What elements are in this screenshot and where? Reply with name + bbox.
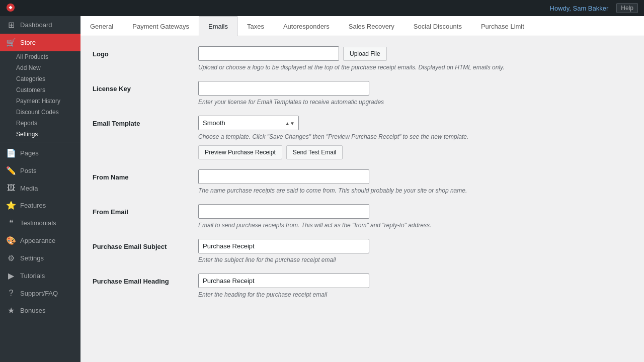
from-email-input[interactable] [198,204,369,219]
tab-purchase-limit[interactable]: Purchase Limit [471,16,534,36]
from-email-row: From Email Email to send purchase receip… [93,204,632,229]
sidebar-label-support: Support/FAQ [20,290,58,297]
sidebar-label-posts: Posts [20,167,37,174]
sidebar-item-appearance[interactable]: 🎨 Appearance [0,232,80,249]
tutorials-icon: ▶ [6,271,16,281]
appearance-icon: 🎨 [6,236,16,245]
sidebar-item-add-new[interactable]: Add New [0,62,80,73]
sidebar-label-settings2: Settings [20,254,44,262]
email-template-field: Smooth Classic Modern Plain ▲▼ Choose a … [198,116,632,159]
license-key-description: Enter your license for Email Templates t… [198,99,632,106]
purchase-subject-field: Enter the subject line for the purchase … [198,239,632,263]
purchase-heading-row: Purchase Email Heading Enter the heading… [93,274,632,298]
settings-icon: ⚙ [6,253,16,263]
sidebar-item-discount-codes[interactable]: Discount Codes [0,107,80,118]
purchase-heading-description: Enter the heading for the purchase recei… [198,291,632,298]
sidebar-label-appearance: Appearance [20,237,55,244]
sidebar-item-posts[interactable]: ✏️ Posts [0,162,80,179]
sidebar-item-store[interactable]: 🛒 Store [0,34,80,51]
logo-input[interactable] [198,46,339,61]
purchase-heading-label: Purchase Email Heading [93,274,198,298]
purchase-subject-row: Purchase Email Subject Enter the subject… [93,239,632,263]
tab-nav: General Payment Gateways Emails Taxes Au… [80,16,644,36]
sidebar-item-support[interactable]: ? Support/FAQ [0,285,80,302]
upload-file-button[interactable]: Upload File [343,47,387,61]
sidebar-item-reports[interactable]: Reports [0,118,80,129]
license-key-label: License Key [93,81,198,106]
pages-icon: 📄 [6,148,16,158]
purchase-heading-input[interactable] [198,274,369,288]
purchase-subject-label: Purchase Email Subject [93,239,198,263]
sidebar: ⊞ Dashboard 🛒 Store All Products Add New… [0,16,80,362]
send-test-email-button[interactable]: Send Test Email [286,145,343,159]
sidebar-divider-1 [0,142,80,142]
tab-general[interactable]: General [80,16,123,36]
from-name-description: The name purchase receipts are said to c… [198,187,632,194]
from-name-label: From Name [93,169,198,194]
testimonials-icon: ❝ [6,218,16,228]
purchase-heading-field: Enter the heading for the purchase recei… [198,274,632,298]
from-name-row: From Name The name purchase receipts are… [93,169,632,194]
logo-label: Logo [93,46,198,71]
preview-purchase-receipt-button[interactable]: Preview Purchase Receipt [198,145,282,159]
dashboard-icon: ⊞ [6,20,16,30]
content-area: General Payment Gateways Emails Taxes Au… [80,16,644,362]
sidebar-item-categories[interactable]: Categories [0,73,80,84]
features-icon: ⭐ [6,201,16,210]
logo-field: Upload File Upload or choose a logo to b… [198,46,632,71]
tab-sales-recovery[interactable]: Sales Recovery [339,16,404,36]
sidebar-item-payment-history[interactable]: Payment History [0,96,80,107]
sidebar-label-features: Features [20,202,46,209]
from-name-field: The name purchase receipts are said to c… [198,169,632,194]
sidebar-label-tutorials: Tutorials [20,272,45,280]
email-template-select[interactable]: Smooth Classic Modern Plain [198,116,299,130]
sidebar-label-store: Store [20,39,36,46]
logo-description: Upload or choose a logo to be displayed … [198,64,632,71]
help-button[interactable]: Help [616,3,638,13]
sidebar-item-settings2[interactable]: ⚙ Settings [0,249,80,267]
media-icon: 🖼 [6,184,16,193]
email-template-select-wrapper: Smooth Classic Modern Plain ▲▼ [198,116,299,130]
purchase-subject-input[interactable] [198,239,369,253]
license-key-row: License Key Enter your license for Email… [93,81,632,106]
sidebar-item-tutorials[interactable]: ▶ Tutorials [0,267,80,285]
from-email-description: Email to send purchase receipts from. Th… [198,222,632,229]
tab-payment-gateways[interactable]: Payment Gateways [123,16,199,36]
sidebar-label-media: Media [20,185,38,192]
license-key-field: Enter your license for Email Templates t… [198,81,632,106]
admin-bar-logo [6,3,15,14]
sidebar-item-pages[interactable]: 📄 Pages [0,144,80,162]
from-email-label: From Email [93,204,198,229]
from-name-input[interactable] [198,169,369,184]
posts-icon: ✏️ [6,166,16,175]
tab-social-discounts[interactable]: Social Discounts [404,16,471,36]
settings-content: Logo Upload File Upload or choose a logo… [80,36,644,362]
admin-bar-right: Howdy, Sam Bakker Help [550,3,638,13]
tab-taxes[interactable]: Taxes [237,16,274,36]
sidebar-label-bonuses: Bonuses [20,307,46,314]
tab-autoresponders[interactable]: Autoresponders [274,16,339,36]
bonuses-icon: ★ [6,306,16,315]
email-template-row: Email Template Smooth Classic Modern Pla… [93,116,632,159]
sidebar-item-customers[interactable]: Customers [0,84,80,96]
btn-group: Preview Purchase Receipt Send Test Email [198,145,632,159]
sidebar-label-pages: Pages [20,149,39,157]
sidebar-item-all-products[interactable]: All Products [0,51,80,62]
store-icon: 🛒 [6,38,16,47]
sidebar-item-bonuses[interactable]: ★ Bonuses [0,302,80,319]
admin-bar: Howdy, Sam Bakker Help [0,0,644,16]
support-icon: ? [6,289,16,298]
sidebar-item-dashboard[interactable]: ⊞ Dashboard [0,16,80,34]
admin-bar-user: Howdy, Sam Bakker [550,5,609,12]
email-template-description: Choose a template. Click "Save Changes" … [198,133,632,140]
from-email-field: Email to send purchase receipts from. Th… [198,204,632,229]
sidebar-item-media[interactable]: 🖼 Media [0,179,80,197]
sidebar-label-testimonials: Testimonials [20,219,56,227]
sidebar-item-testimonials[interactable]: ❝ Testimonials [0,214,80,232]
sidebar-item-settings[interactable]: Settings [0,129,80,140]
logo-row: Logo Upload File Upload or choose a logo… [93,46,632,71]
tab-emails[interactable]: Emails [199,16,237,36]
license-key-input[interactable] [198,81,369,96]
sidebar-item-features[interactable]: ⭐ Features [0,197,80,214]
purchase-subject-description: Enter the subject line for the purchase … [198,256,632,263]
